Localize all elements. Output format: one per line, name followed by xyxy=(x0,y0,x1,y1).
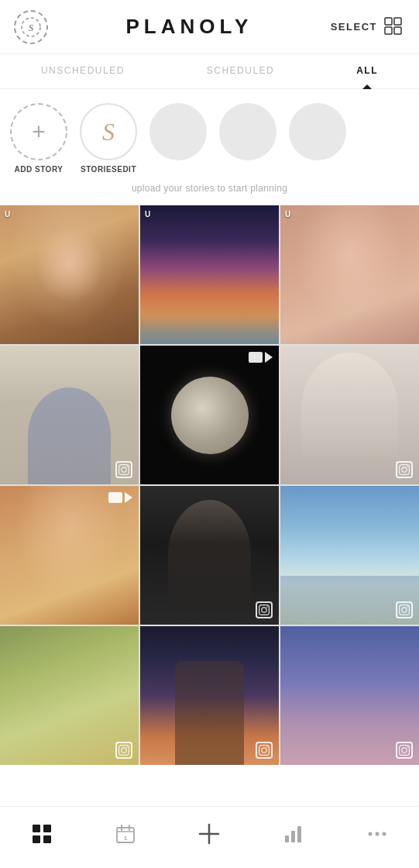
grid-cell-4[interactable] xyxy=(0,346,139,484)
nav-more[interactable] xyxy=(358,815,397,853)
ig-badge-9 xyxy=(396,601,413,618)
story-empty-3 xyxy=(287,103,349,160)
svg-point-26 xyxy=(407,746,408,748)
grid-cell-12[interactable] xyxy=(280,626,419,765)
svg-point-41 xyxy=(368,832,372,835)
tab-all[interactable]: ALL xyxy=(356,65,378,82)
svg-point-20 xyxy=(126,746,128,748)
svg-point-16 xyxy=(402,608,407,612)
svg-text:1: 1 xyxy=(124,835,128,842)
nav-analytics[interactable] xyxy=(274,815,313,853)
svg-rect-4 xyxy=(385,27,392,34)
tab-unscheduled[interactable]: UNSCHEDULED xyxy=(41,65,125,82)
app-logo: PLANOLY xyxy=(125,15,252,39)
story-empty-2 xyxy=(217,103,279,160)
ig-badge-11 xyxy=(256,742,273,759)
svg-point-7 xyxy=(122,467,126,472)
ig-badge-8 xyxy=(256,601,273,618)
grid-cell-6[interactable] xyxy=(280,346,419,484)
bottom-navigation: 1 xyxy=(0,806,419,868)
svg-rect-39 xyxy=(291,831,295,842)
grid-cell-5[interactable] xyxy=(140,346,279,484)
svg-rect-30 xyxy=(43,835,51,843)
nav-calendar[interactable]: 1 xyxy=(106,815,145,853)
stories-row: + ADD STORY S STORIESEDIT xyxy=(8,103,411,174)
svg-point-10 xyxy=(402,467,407,472)
svg-point-19 xyxy=(122,748,126,753)
add-story-label: ADD STORY xyxy=(15,165,64,174)
nav-grid[interactable] xyxy=(22,815,61,853)
svg-point-8 xyxy=(126,466,128,467)
ig-badge-10 xyxy=(115,742,132,759)
empty-circle-3 xyxy=(289,103,346,160)
svg-rect-5 xyxy=(394,27,401,34)
stories-edit-circle[interactable]: S xyxy=(80,103,137,160)
svg-point-43 xyxy=(382,832,386,835)
svg-point-22 xyxy=(262,748,266,753)
stories-edit-icon: S xyxy=(102,118,115,146)
grid-cell-1[interactable]: U xyxy=(0,205,139,344)
grid-cell-11[interactable] xyxy=(140,626,279,765)
badge-unscheduled-3: U xyxy=(285,210,290,219)
grid-cell-2[interactable]: U xyxy=(140,205,279,344)
app-header: S PLANOLY SELECT xyxy=(0,0,419,54)
svg-rect-29 xyxy=(33,835,40,843)
story-profile-item[interactable]: S STORIESEDIT xyxy=(77,103,139,174)
svg-point-17 xyxy=(407,606,408,608)
grid-cell-9[interactable] xyxy=(280,486,419,625)
main-content: UNSCHEDULED SCHEDULED ALL + ADD STORY S … xyxy=(0,54,419,806)
svg-point-14 xyxy=(266,606,268,608)
grid-cell-10[interactable] xyxy=(0,626,139,765)
svg-text:S: S xyxy=(29,22,34,33)
moon-visual xyxy=(171,377,249,454)
ig-badge-6 xyxy=(396,461,413,478)
photo-grid: U U U xyxy=(0,205,419,765)
video-badge-7 xyxy=(108,492,132,503)
tab-scheduled[interactable]: SCHEDULED xyxy=(207,65,275,82)
plus-icon: + xyxy=(32,120,46,143)
story-add-item[interactable]: + ADD STORY xyxy=(8,103,70,174)
stories-edit-label: STORIESEDIT xyxy=(81,165,136,174)
add-story-button[interactable]: + xyxy=(10,103,67,160)
grid-cell-7[interactable] xyxy=(0,486,139,625)
svg-point-42 xyxy=(375,832,379,835)
svg-point-23 xyxy=(266,746,268,748)
svg-rect-28 xyxy=(43,825,51,832)
badge-unscheduled-1: U xyxy=(5,210,10,219)
nav-add[interactable] xyxy=(190,815,228,853)
svg-rect-40 xyxy=(297,826,301,842)
svg-rect-38 xyxy=(285,835,289,842)
story-empty-1 xyxy=(147,103,209,160)
video-badge-5 xyxy=(249,352,273,363)
select-grid-icon xyxy=(383,16,405,38)
filter-tabs: UNSCHEDULED SCHEDULED ALL xyxy=(0,54,419,89)
svg-rect-2 xyxy=(385,18,392,25)
user-avatar[interactable]: S xyxy=(14,10,48,44)
svg-point-11 xyxy=(407,466,408,467)
select-button[interactable]: SELECT xyxy=(331,16,405,38)
badge-unscheduled-2: U xyxy=(145,210,150,219)
empty-circle-2 xyxy=(219,103,276,160)
stories-section: + ADD STORY S STORIESEDIT upload y xyxy=(0,89,419,205)
svg-point-13 xyxy=(262,608,266,612)
svg-rect-27 xyxy=(33,825,40,832)
stories-placeholder: upload your stories to start planning xyxy=(8,181,411,197)
select-label: SELECT xyxy=(331,21,377,33)
svg-point-25 xyxy=(402,748,407,753)
empty-circle-1 xyxy=(149,103,207,160)
grid-cell-3[interactable]: U xyxy=(280,205,419,344)
ig-badge-4 xyxy=(115,461,132,478)
grid-cell-8[interactable] xyxy=(140,486,279,625)
ig-badge-12 xyxy=(396,742,413,759)
svg-rect-3 xyxy=(394,18,401,25)
